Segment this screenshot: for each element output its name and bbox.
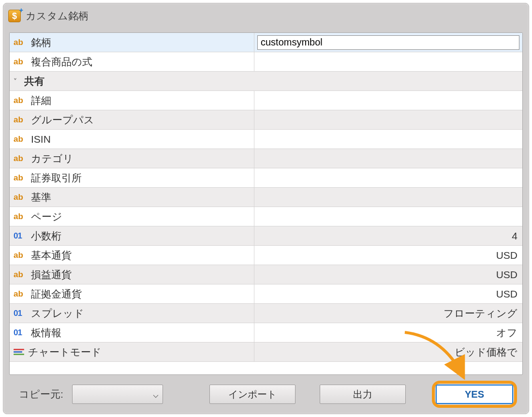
group-header[interactable]: ˅共有: [10, 72, 522, 90]
property-label: ページ: [31, 210, 62, 223]
property-label: 証拠金通貨: [31, 287, 82, 301]
property-value-cell[interactable]: USD: [254, 265, 522, 284]
property-value: 4: [512, 230, 517, 242]
type-text-icon: ab: [14, 173, 27, 183]
property-label: 基本通貨: [31, 249, 72, 262]
property-label: カテゴリ: [31, 152, 74, 165]
property-row[interactable]: abカテゴリ: [10, 149, 522, 168]
type-text-icon: ab: [14, 270, 27, 280]
property-row[interactable]: ab複合商品の式: [10, 52, 522, 72]
property-value: ビッド価格で: [455, 345, 517, 359]
copy-from-combobox[interactable]: ⌵: [72, 385, 163, 404]
type-text-icon: ab: [14, 134, 27, 144]
property-label: スプレッド: [31, 307, 84, 320]
property-label-cell: ab証券取引所: [10, 168, 254, 187]
property-value-cell[interactable]: USD: [254, 284, 522, 303]
property-value: USD: [496, 269, 517, 281]
export-button[interactable]: 出力: [320, 385, 406, 404]
titlebar: $ カスタム銘柄: [3, 3, 529, 27]
property-row[interactable]: ab証拠金通貨USD: [10, 284, 522, 304]
property-label-cell: ab基準: [10, 188, 254, 207]
property-row[interactable]: abISIN: [10, 130, 522, 149]
property-row[interactable]: ab損益通貨USD: [10, 265, 522, 284]
property-label-cell: abカテゴリ: [10, 149, 254, 168]
yes-button-highlight: YES: [432, 381, 517, 408]
type-number-icon: 01: [14, 309, 27, 318]
property-label-cell: abISIN: [10, 130, 254, 149]
property-label-cell: abグループパス: [10, 110, 254, 129]
property-label-cell: 01小数桁: [10, 226, 254, 245]
type-number-icon: 01: [14, 231, 27, 241]
type-text-icon: ab: [14, 57, 27, 67]
group-label: 共有: [24, 74, 44, 88]
property-value-cell[interactable]: [254, 91, 522, 110]
custom-symbol-icon: $: [8, 10, 21, 22]
custom-symbol-dialog: $ カスタム銘柄 ab銘柄ab複合商品の式˅共有ab詳細abグループパスabIS…: [3, 3, 529, 414]
property-value-input[interactable]: [257, 35, 519, 50]
property-row[interactable]: ab証券取引所: [10, 168, 522, 188]
property-value-cell[interactable]: [254, 130, 522, 149]
property-row[interactable]: abグループパス: [10, 110, 522, 130]
property-label-cell: ab銘柄: [10, 33, 254, 52]
property-value-cell[interactable]: [254, 110, 522, 129]
type-text-icon: ab: [14, 96, 27, 105]
property-label: 詳細: [31, 94, 51, 107]
type-number-icon: 01: [14, 328, 27, 338]
property-value-cell[interactable]: フローティング: [254, 304, 522, 323]
chevron-down-icon: ⌵: [153, 388, 159, 400]
type-text-icon: ab: [14, 38, 27, 47]
property-label-cell: 01板情報: [10, 323, 254, 342]
property-value-cell[interactable]: [254, 33, 522, 52]
property-label: 損益通貨: [31, 268, 72, 282]
property-row[interactable]: ab詳細: [10, 91, 522, 110]
property-label: 板情報: [31, 326, 61, 340]
property-value-cell[interactable]: USD: [254, 246, 522, 265]
property-label: 複合商品の式: [31, 55, 92, 69]
property-label: ISIN: [31, 134, 51, 145]
property-label-cell: ab基本通貨: [10, 246, 254, 265]
property-grid: ab銘柄ab複合商品の式˅共有ab詳細abグループパスabISINabカテゴリa…: [10, 33, 522, 374]
property-value: フローティング: [443, 307, 517, 320]
type-text-icon: ab: [14, 193, 27, 202]
property-row[interactable]: 01板情報オフ: [10, 323, 522, 343]
property-value-cell[interactable]: ビッド価格で: [254, 343, 522, 361]
property-row[interactable]: 01スプレッドフローティング: [10, 304, 522, 323]
property-row[interactable]: ab銘柄: [10, 33, 522, 52]
property-value-cell[interactable]: オフ: [254, 323, 522, 342]
property-value-cell[interactable]: [254, 207, 522, 226]
property-value: USD: [496, 250, 517, 261]
chevron-down-icon: ˅: [14, 77, 21, 85]
type-chart-icon: [14, 349, 24, 355]
property-label: グループパス: [31, 113, 94, 127]
type-text-icon: ab: [14, 289, 27, 299]
property-value-cell[interactable]: [254, 168, 522, 187]
property-value-cell[interactable]: 4: [254, 226, 522, 245]
property-value-cell[interactable]: [254, 149, 522, 168]
property-row[interactable]: abページ: [10, 207, 522, 226]
property-row[interactable]: チャートモードビッド価格で: [10, 343, 522, 362]
dialog-footer: コピー元: ⌵ インポート 出力 YES: [3, 375, 529, 414]
property-label: 銘柄: [31, 36, 51, 49]
property-row[interactable]: ˅共有: [10, 72, 522, 91]
yes-button[interactable]: YES: [436, 385, 513, 404]
property-row[interactable]: ab基本通貨USD: [10, 246, 522, 265]
property-value-cell[interactable]: [254, 188, 522, 207]
import-button[interactable]: インポート: [209, 385, 296, 404]
property-label-cell: ab複合商品の式: [10, 52, 254, 71]
property-label: 基準: [31, 191, 51, 204]
property-label-cell: チャートモード: [10, 343, 254, 361]
property-row[interactable]: ab基準: [10, 188, 522, 207]
type-text-icon: ab: [14, 115, 27, 125]
property-row[interactable]: 01小数桁4: [10, 226, 522, 246]
property-label: 小数桁: [31, 229, 61, 243]
window-title: カスタム銘柄: [26, 9, 89, 23]
property-panel: ab銘柄ab複合商品の式˅共有ab詳細abグループパスabISINabカテゴリa…: [9, 32, 523, 375]
property-value: USD: [496, 288, 517, 300]
property-value-cell[interactable]: [254, 52, 522, 71]
type-text-icon: ab: [14, 154, 27, 164]
copy-from-label: コピー元:: [19, 387, 63, 401]
property-label-cell: 01スプレッド: [10, 304, 254, 323]
property-label: 証券取引所: [31, 171, 82, 185]
property-label-cell: ab詳細: [10, 91, 254, 110]
property-label-cell: ab損益通貨: [10, 265, 254, 284]
